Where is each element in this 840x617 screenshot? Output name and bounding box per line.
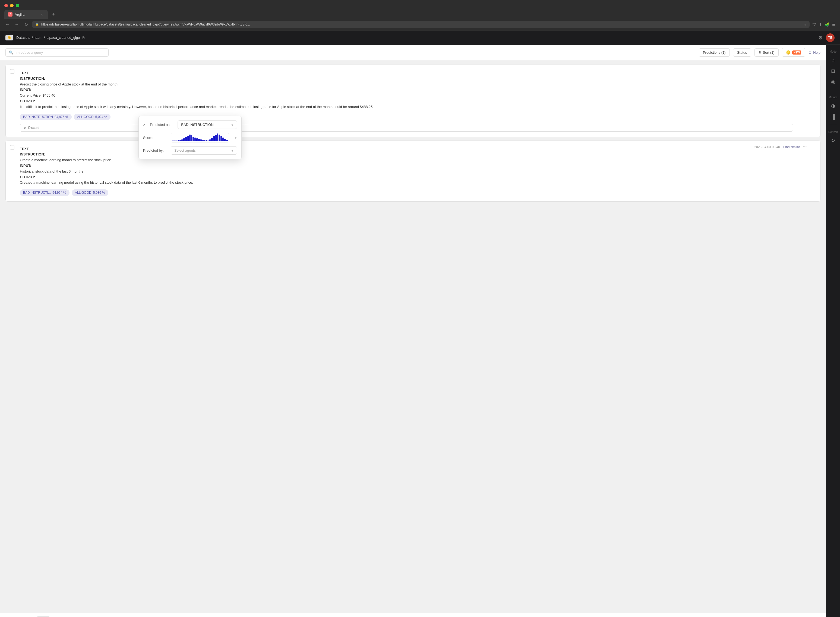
discard-button[interactable]: ⊗ Discard: [20, 124, 793, 131]
breadcrumb: Datasets / team / alpaca_cleaned_gigo ⎘: [16, 35, 84, 40]
status-filter-button[interactable]: Status: [733, 48, 751, 57]
predictions-popup: × Predicted as: BAD INSTRUCTION ∨ Score:…: [139, 116, 242, 159]
bookmark-icon: ☆: [803, 22, 806, 26]
sidebar-divider-2: [829, 125, 837, 125]
tag-label: ALL GOOD: [75, 191, 92, 195]
address-bar: ← → ↻ 🔒 https://dvilasuero-argilla-multi…: [0, 19, 840, 31]
tag-score: 5,024 %: [95, 115, 107, 119]
refresh-button[interactable]: ↻: [23, 21, 29, 28]
label-mode-button[interactable]: ⊟: [828, 66, 838, 76]
agents-chevron-icon: ∨: [231, 149, 234, 152]
instruction-text: Predict the closing price of Apple stock…: [20, 82, 118, 86]
sort-button[interactable]: ⇅ Sort (1): [754, 48, 779, 57]
settings-icon[interactable]: ⚙: [818, 35, 822, 41]
traffic-lights: [0, 0, 840, 10]
discard-label: Discard: [28, 126, 39, 130]
tag-score: 5,036 %: [93, 191, 105, 195]
predicted-as-label: Predicted as:: [150, 123, 174, 127]
copy-icon[interactable]: ⎘: [83, 36, 84, 40]
browser-chrome: A Argilla × + ← → ↻ 🔒 https://dvilasuero…: [0, 0, 840, 31]
new-tab-button[interactable]: +: [50, 10, 57, 18]
menu-icon[interactable]: ☰: [832, 22, 836, 27]
predictions-filter-label: Predictions (1): [703, 50, 726, 55]
lock-icon: 🔒: [35, 23, 39, 26]
chevron-down-icon: ∨: [231, 123, 234, 127]
avatar[interactable]: TE: [826, 33, 834, 42]
pie-chart-button[interactable]: ◑: [828, 101, 838, 111]
tag-score: 94,976 %: [55, 115, 68, 119]
review-mode-button[interactable]: ◉: [828, 77, 838, 87]
tag-label: BAD INSTRUCTI...: [23, 191, 51, 195]
back-button[interactable]: ←: [4, 21, 11, 28]
instruction-label: INSTRUCTION:: [20, 152, 45, 156]
content-area: 🔍 Introduce a query Predictions (1) Stat…: [0, 45, 826, 617]
logo-icon: 🤗: [6, 35, 13, 40]
search-icon: 🔍: [9, 50, 13, 55]
dataset-name[interactable]: alpaca_cleaned_gigo: [46, 35, 80, 40]
output-text: It is difficult to predict the closing p…: [20, 105, 374, 109]
help-label: Help: [813, 50, 821, 55]
new-feature-button[interactable]: 🪙 NEW: [782, 48, 805, 57]
tab-favicon: A: [8, 12, 12, 16]
extensions-icon[interactable]: 🧩: [825, 22, 830, 27]
shield-icon[interactable]: 🛡: [812, 22, 816, 27]
bad-instruction-tag[interactable]: BAD INSTRUCTI... 94,964 %: [20, 189, 70, 196]
sort-label: Sort (1): [763, 50, 775, 55]
browser-menu-icons: 🛡 ⬇ 🧩 ☰: [812, 22, 836, 27]
record-checkbox[interactable]: [10, 69, 15, 74]
predicted-as-dropdown[interactable]: BAD INSTRUCTION ∨: [177, 121, 237, 129]
status-filter-label: Status: [737, 50, 747, 55]
find-similar-button[interactable]: Find similar: [783, 145, 800, 149]
output-label: OUTPUT:: [20, 99, 35, 103]
browser-tab[interactable]: A Argilla ×: [4, 10, 48, 19]
header-right: ⚙ TE: [818, 33, 834, 42]
url-text: https://dvilasuero-argilla-multimodal.hf…: [41, 22, 801, 26]
popup-close-button[interactable]: ×: [143, 123, 145, 127]
help-icon: ⊙: [809, 50, 812, 55]
text-label: TEXT:: [20, 71, 30, 75]
record-card: TEXT: INSTRUCTION: Predict the closing p…: [6, 65, 821, 137]
tab-close-button[interactable]: ×: [40, 12, 44, 16]
score-histogram[interactable]: [171, 133, 229, 142]
new-badge: NEW: [792, 50, 801, 55]
url-bar[interactable]: 🔒 https://dvilasuero-argilla-multimodal.…: [32, 21, 810, 28]
datasets-link[interactable]: Datasets: [16, 35, 30, 40]
input-text: Historical stock data of the last 6 mont…: [20, 169, 83, 173]
app-header: 🤗 Datasets / team / alpaca_cleaned_gigo …: [0, 31, 840, 45]
input-text: Current Price: $455.40: [20, 93, 55, 97]
record-content: TEXT: INSTRUCTION: Create a machine lear…: [20, 146, 793, 196]
more-options-button[interactable]: •••: [803, 145, 807, 149]
help-button[interactable]: ⊙ Help: [809, 50, 821, 55]
home-mode-button[interactable]: ⌂: [828, 55, 838, 65]
tag-label: BAD INSTRUCTION: [23, 115, 53, 119]
popup-header-row: × Predicted as: BAD INSTRUCTION ∨: [143, 121, 237, 129]
score-label: Score:: [143, 136, 167, 140]
refresh-button[interactable]: ↻: [828, 136, 838, 145]
download-icon[interactable]: ⬇: [819, 22, 822, 27]
minimize-traffic-light[interactable]: [10, 4, 13, 7]
record-meta: 2023-04-03 08:40 Find similar •••: [754, 145, 807, 149]
predictions-filter-button[interactable]: Predictions (1): [699, 48, 730, 57]
all-good-tag[interactable]: ALL GOOD 5,036 %: [72, 189, 108, 196]
score-chevron-icon: ∨: [235, 136, 237, 139]
search-box[interactable]: 🔍 Introduce a query: [6, 48, 109, 57]
team-link[interactable]: team: [34, 35, 42, 40]
predicted-by-dropdown[interactable]: Select agents ∨: [171, 146, 237, 155]
maximize-traffic-light[interactable]: [16, 4, 19, 7]
forward-button[interactable]: →: [13, 21, 20, 28]
bar-chart-button[interactable]: ▐: [828, 112, 838, 121]
close-traffic-light[interactable]: [4, 4, 8, 7]
popup-score-row: Score: ∨: [143, 133, 237, 142]
output-label: OUTPUT:: [20, 175, 35, 179]
mode-label: Mode: [830, 50, 837, 53]
coin-icon: 🪙: [786, 50, 791, 55]
record-checkbox[interactable]: [10, 145, 15, 149]
prediction-tags: BAD INSTRUCTION 94,976 % ALL GOOD 5,024 …: [20, 114, 793, 120]
bad-instruction-tag[interactable]: BAD INSTRUCTION 94,976 %: [20, 114, 72, 120]
app-logo: 🤗: [6, 35, 13, 40]
record-date: 2023-04-03 08:40: [754, 145, 780, 149]
instruction-label: INSTRUCTION:: [20, 77, 45, 81]
tab-title: Argilla: [15, 12, 24, 16]
right-sidebar: Mode ⌂ ⊟ ◉ Metrics ◑ ▐ Refresh ↻: [826, 45, 840, 617]
all-good-tag[interactable]: ALL GOOD 5,024 %: [74, 114, 111, 120]
